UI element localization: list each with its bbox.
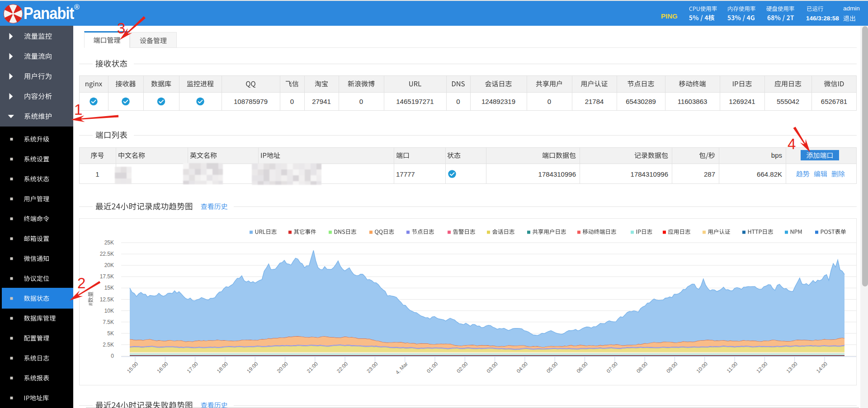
svg-text:16:00: 16:00 bbox=[156, 361, 169, 374]
svg-text:05:00: 05:00 bbox=[546, 361, 559, 374]
svg-text:5K: 5K bbox=[107, 330, 114, 337]
svg-text:02:00: 02:00 bbox=[456, 361, 469, 374]
svg-text:0: 0 bbox=[111, 353, 114, 359]
svg-text:10:00: 10:00 bbox=[695, 361, 708, 374]
svg-text:09:00: 09:00 bbox=[665, 361, 679, 374]
svg-text:03:00: 03:00 bbox=[486, 361, 499, 374]
svg-text:07:00: 07:00 bbox=[605, 361, 618, 374]
svg-text:23:00: 23:00 bbox=[366, 361, 379, 374]
svg-text:2.5K: 2.5K bbox=[103, 342, 114, 348]
svg-text:12:00: 12:00 bbox=[755, 361, 769, 374]
svg-text:01:00: 01:00 bbox=[426, 361, 439, 374]
svg-text:19:00: 19:00 bbox=[246, 361, 259, 374]
svg-text:15:00: 15:00 bbox=[126, 361, 139, 374]
svg-text:14:00: 14:00 bbox=[815, 361, 828, 374]
svg-text:08:00: 08:00 bbox=[636, 361, 649, 374]
svg-text:17:00: 17:00 bbox=[186, 361, 199, 374]
svg-text:17.5K: 17.5K bbox=[100, 273, 114, 280]
svg-text:20:00: 20:00 bbox=[276, 361, 289, 374]
svg-text:15K: 15K bbox=[104, 285, 114, 291]
svg-text:22:00: 22:00 bbox=[336, 361, 349, 374]
svg-text:4. Mar: 4. Mar bbox=[395, 361, 409, 375]
svg-text:7.5K: 7.5K bbox=[103, 319, 114, 325]
svg-text:06:00: 06:00 bbox=[576, 361, 589, 374]
svg-text:25K: 25K bbox=[104, 239, 114, 246]
svg-text:12.5K: 12.5K bbox=[100, 296, 114, 303]
svg-text:21:00: 21:00 bbox=[306, 361, 319, 374]
svg-text:11:00: 11:00 bbox=[726, 361, 738, 374]
svg-text:04:00: 04:00 bbox=[515, 361, 528, 374]
svg-text:13:00: 13:00 bbox=[785, 361, 798, 374]
svg-text:10K: 10K bbox=[104, 308, 114, 314]
svg-text:18:00: 18:00 bbox=[216, 361, 229, 374]
svg-text:20K: 20K bbox=[104, 262, 114, 268]
svg-text:22.5K: 22.5K bbox=[100, 251, 114, 257]
